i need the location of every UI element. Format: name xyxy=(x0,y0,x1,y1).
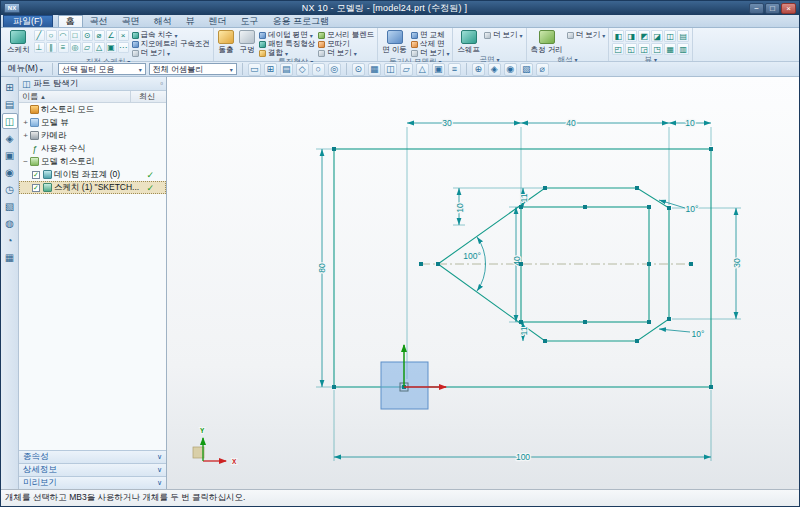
preview-panel-header[interactable]: 미리보기 ∨ xyxy=(19,476,166,489)
manufacturing-wizard-icon[interactable]: ◍ xyxy=(2,215,18,231)
orient-view-icon[interactable]: △ xyxy=(416,63,429,76)
sketch-view[interactable]: 30 40 10 80 100 40 11 11 10 30 100° 10° … xyxy=(167,77,799,489)
view-tool-icon[interactable]: ◩ xyxy=(638,30,650,42)
dimension-angle-top[interactable]: 10° xyxy=(686,204,699,214)
datum-csys-checkbox[interactable]: ✓ xyxy=(32,171,40,179)
dimension-gap-bottom[interactable]: 11 xyxy=(519,326,529,335)
sketch-checkbox[interactable]: ✓ xyxy=(32,184,40,192)
view-tool-icon[interactable]: ▥ xyxy=(677,43,689,55)
diameter-tool-icon[interactable]: ⌀ xyxy=(536,63,549,76)
pin-panel-icon[interactable]: ▫ xyxy=(160,79,163,88)
dimension-bottom[interactable]: 100 xyxy=(516,452,530,462)
dependencies-panel-header[interactable]: 종속성 ∨ xyxy=(19,450,166,463)
extrude-button[interactable]: 돌출 xyxy=(217,29,235,55)
tree-item-history-mode[interactable]: 히스토리 모드 xyxy=(19,103,166,116)
pentagon-curve[interactable] xyxy=(438,188,669,341)
constraint-navigator-icon[interactable]: ▤ xyxy=(2,96,18,112)
rapid-dimension-button[interactable]: 급속 치수 ▾ xyxy=(132,31,211,39)
polygon-tool-icon[interactable]: △ xyxy=(94,42,105,53)
point-tool-icon[interactable]: ⊙ xyxy=(82,30,93,41)
view-tool-icon[interactable]: ◳ xyxy=(651,43,663,55)
fit-view-icon[interactable]: ▱ xyxy=(400,63,413,76)
process-studio-icon[interactable]: ▧ xyxy=(2,198,18,214)
pattern-feature-button[interactable]: 패턴 특징형상 xyxy=(259,40,315,48)
history-icon[interactable]: ◷ xyxy=(2,181,18,197)
hd3d-tools-icon[interactable]: ▣ xyxy=(2,147,18,163)
system-scene-icon[interactable]: ▦ xyxy=(2,249,18,265)
replace-face-button[interactable]: 면 교체 xyxy=(411,31,450,39)
tab-surface[interactable]: 곡면 xyxy=(115,15,147,27)
view-tool-icon[interactable]: ◨ xyxy=(625,30,637,42)
tab-curve[interactable]: 곡선 xyxy=(83,15,115,27)
part-navigator-icon[interactable]: ◫ xyxy=(2,113,18,129)
sketch-button[interactable]: 스케치 xyxy=(6,29,31,55)
view-tool-icon[interactable]: ◲ xyxy=(638,43,650,55)
file-menu-button[interactable]: 파일(F) xyxy=(3,15,53,27)
tab-tools[interactable]: 도구 xyxy=(234,15,266,27)
hole-button[interactable]: 구멍 xyxy=(238,29,256,55)
maximize-button[interactable]: □ xyxy=(765,3,780,14)
tab-home[interactable]: 홈 xyxy=(58,15,83,27)
dimension-left[interactable]: 80 xyxy=(317,263,327,273)
shaded-view-icon[interactable]: ▦ xyxy=(368,63,381,76)
view-tool-icon[interactable]: ◪ xyxy=(651,30,663,42)
edit-section-icon[interactable]: ◉ xyxy=(504,63,517,76)
pattern-tool-icon[interactable]: ▣ xyxy=(106,42,117,53)
view-tool-icon[interactable]: ◱ xyxy=(625,43,637,55)
outer-rectangle-curve[interactable] xyxy=(334,149,711,387)
dimension-angle-bottom[interactable]: 10° xyxy=(692,329,705,339)
render-style-icon[interactable]: ▣ xyxy=(432,63,445,76)
tree-item-model-history[interactable]: − 모델 히스토리 xyxy=(19,155,166,168)
select-tool-icon[interactable]: ▭ xyxy=(248,63,261,76)
column-status[interactable]: 최신 xyxy=(131,91,163,102)
view-tool-icon[interactable]: ◰ xyxy=(612,43,624,55)
assembly-navigator-icon[interactable]: ⊞ xyxy=(2,79,18,95)
dimension-top-left[interactable]: 30 xyxy=(442,118,452,128)
endpoint-snap-icon[interactable]: ▤ xyxy=(280,63,293,76)
roles-icon[interactable]: ◔ xyxy=(2,232,18,248)
geometric-constraints-button[interactable]: 지오메트리 구속조건 xyxy=(132,40,211,48)
tree-item-sketch[interactable]: ✓ 스케치 (1) "SKETCH... ✓ xyxy=(19,181,166,194)
trim-tool-icon[interactable]: × xyxy=(118,30,129,41)
center-snap-icon[interactable]: ○ xyxy=(312,63,325,76)
view-tool-icon[interactable]: ◫ xyxy=(664,30,676,42)
offset-tool-icon[interactable]: ▱ xyxy=(82,42,93,53)
more-tools-icon[interactable]: ⋯ xyxy=(118,42,129,53)
dimension-top-mid[interactable]: 40 xyxy=(566,118,576,128)
perpendicular-tool-icon[interactable]: ⊥ xyxy=(34,42,45,53)
rectangle-tool-icon[interactable]: □ xyxy=(70,30,81,41)
tab-applications[interactable]: 응용 프로그램 xyxy=(266,15,337,27)
dimension-right[interactable]: 30 xyxy=(732,258,742,268)
web-browser-icon[interactable]: ◉ xyxy=(2,164,18,180)
midpoint-snap-icon[interactable]: ◇ xyxy=(296,63,309,76)
move-object-icon[interactable]: ◈ xyxy=(488,63,501,76)
tab-view[interactable]: 뷰 xyxy=(179,15,202,27)
tree-item-user-expressions[interactable]: ƒ 사용자 수식 xyxy=(19,142,166,155)
surface-more-button[interactable]: 더 보기 ▾ xyxy=(484,31,523,39)
view-tool-icon[interactable]: ◧ xyxy=(612,30,624,42)
tab-render[interactable]: 렌더 xyxy=(202,15,234,27)
close-button[interactable]: × xyxy=(781,3,796,14)
concentric-tool-icon[interactable]: ◎ xyxy=(70,42,81,53)
edge-blend-button[interactable]: 모서리 블렌드 xyxy=(318,31,374,39)
sketch-points[interactable] xyxy=(332,147,713,389)
datum-plane-button[interactable]: 데이텀 평면 ▾ xyxy=(259,31,315,39)
intersection-snap-icon[interactable]: ◎ xyxy=(328,63,341,76)
parallel-tool-icon[interactable]: ∥ xyxy=(46,42,57,53)
circle-tool-icon[interactable]: ○ xyxy=(46,30,57,41)
arc-tool-icon[interactable]: ◠ xyxy=(58,30,69,41)
delete-face-button[interactable]: 삭제 면 xyxy=(411,40,450,48)
tree-item-datum-csys[interactable]: ✓ 데이텀 좌표계 (0) ✓ xyxy=(19,168,166,181)
dimension-top-right[interactable]: 10 xyxy=(685,118,695,128)
layer-settings-icon[interactable]: ≡ xyxy=(448,63,461,76)
wireframe-view-icon[interactable]: ◫ xyxy=(384,63,397,76)
details-panel-header[interactable]: 상세정보 ∨ xyxy=(19,463,166,476)
swept-button[interactable]: 스웨프 xyxy=(456,29,481,55)
show-hide-icon[interactable]: ⊕ xyxy=(472,63,485,76)
quadrant-snap-icon[interactable]: ⊙ xyxy=(352,63,365,76)
move-face-button[interactable]: 면 이동 xyxy=(381,29,408,55)
view-tool-icon[interactable]: ▦ xyxy=(664,43,676,55)
profile-tool-icon[interactable]: ╱ xyxy=(34,30,45,41)
minimize-button[interactable]: − xyxy=(749,3,764,14)
chamfer-button[interactable]: 모따기 xyxy=(318,40,374,48)
